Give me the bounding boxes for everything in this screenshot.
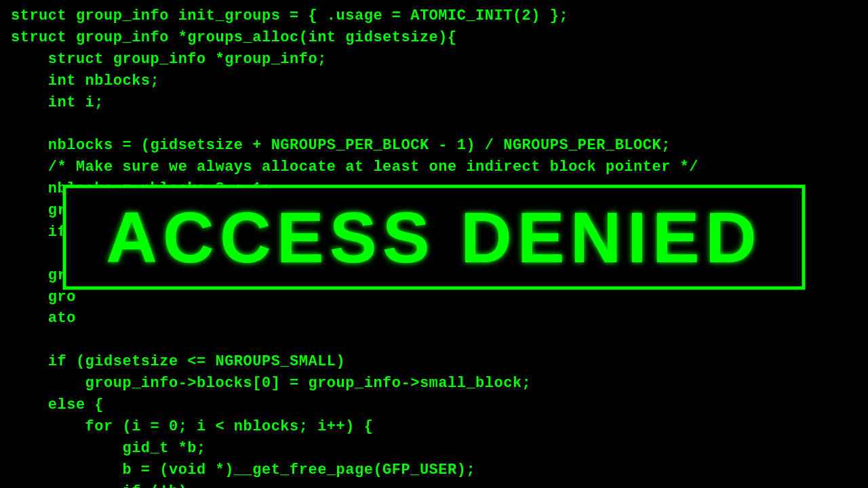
access-denied-text: ACCESS DENIED [106,197,762,278]
access-denied-banner: ACCESS DENIED [63,185,806,290]
code-display: struct group_info init_groups = { .usage… [0,0,868,488]
